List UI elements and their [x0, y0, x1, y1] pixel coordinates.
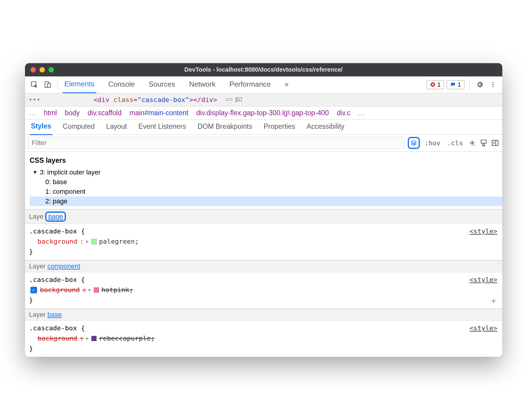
prop-value[interactable]: palegreen; [99, 236, 139, 247]
prop-name[interactable]: background [40, 285, 80, 295]
property-enabled-checkbox[interactable]: ✓ [30, 287, 37, 293]
rule-selector[interactable]: .cascade-box { [29, 275, 498, 285]
layer-tree-root[interactable]: ▼ 3: implicit outer layer [30, 168, 502, 177]
layer-label: Layer [29, 262, 46, 270]
subtab-dom-breakpoints[interactable]: DOM Breakpoints [196, 119, 254, 134]
color-swatch[interactable] [94, 287, 99, 293]
layer-label: Laye [29, 213, 44, 221]
layer-item-page[interactable]: 2: page [30, 196, 502, 206]
crumb-more-left[interactable]: … [29, 109, 36, 117]
svg-point-4 [492, 82, 493, 83]
devtools-window: DevTools - localhost:8080/docs/devtools/… [25, 63, 502, 357]
settings-icon[interactable] [475, 79, 485, 90]
zoom-window-button[interactable] [48, 67, 54, 73]
main-tabs: Elements Console Sources Network Perform… [63, 76, 424, 93]
styles-filter-input[interactable] [28, 137, 405, 149]
css-layers-tree: ▼ 3: implicit outer layer 0: base 1: com… [25, 168, 502, 209]
crumb-flex-div[interactable]: div.display-flex.gap-top-300.lg\:gap-top… [196, 109, 329, 117]
crumb-more-right[interactable]: … [358, 109, 365, 117]
rule-section-component: Layer component <style> ＋ .cascade-box {… [25, 260, 502, 308]
layer-link-base[interactable]: base [48, 311, 62, 319]
subtab-accessibility[interactable]: Accessibility [305, 119, 345, 134]
subtab-computed[interactable]: Computed [61, 119, 96, 134]
device-toolbar-icon[interactable] [42, 79, 53, 90]
close-window-button[interactable] [30, 67, 36, 73]
cls-toggle[interactable]: .cls [445, 138, 465, 148]
rule-source-link[interactable]: <style> [469, 226, 497, 236]
more-menu-icon[interactable] [488, 79, 498, 90]
message-icon [450, 82, 456, 87]
prop-name[interactable]: background [38, 333, 77, 344]
prop-value[interactable]: rebeccapurple; [99, 333, 155, 344]
tab-overflow[interactable]: » [283, 76, 290, 93]
layer-item-base[interactable]: 0: base [30, 177, 502, 187]
subtab-properties[interactable]: Properties [263, 119, 297, 134]
expand-triangle-icon[interactable]: ▶ [86, 335, 89, 342]
expand-triangle-icon[interactable]: ▶ [89, 287, 91, 293]
subtab-styles[interactable]: Styles [30, 119, 53, 135]
layer-header-page: Layepage [25, 209, 502, 224]
tab-sources[interactable]: Sources [147, 76, 177, 93]
color-swatch[interactable] [91, 239, 97, 244]
css-rule-base[interactable]: <style> .cascade-box { background: ▶ reb… [25, 321, 502, 357]
dom-attr-name: class [114, 96, 133, 103]
crumb-body[interactable]: body [65, 109, 80, 117]
error-icon [430, 82, 435, 87]
css-layers-heading: CSS layers [25, 152, 502, 168]
minimize-window-button[interactable] [39, 67, 45, 73]
layer-link-component[interactable]: component [48, 262, 80, 270]
window-controls [30, 67, 54, 73]
hov-toggle[interactable]: :hov [423, 138, 442, 148]
new-style-rule-button[interactable] [468, 139, 476, 147]
subtab-layout[interactable]: Layout [105, 119, 128, 134]
crumb-scaffold[interactable]: div.scaffold [88, 109, 122, 117]
rendering-emulations-icon[interactable] [479, 139, 488, 147]
styles-filterbar: :hov .cls [25, 135, 502, 152]
css-property-row[interactable]: ✓ background: ▶ hotpink; [29, 285, 498, 295]
css-rule-component[interactable]: <style> ＋ .cascade-box { ✓ background: ▶… [25, 272, 502, 308]
css-rule-page[interactable]: <style> .cascade-box { background: ▶ pal… [25, 224, 502, 260]
prop-name[interactable]: background [38, 236, 77, 247]
tab-network[interactable]: Network [187, 76, 217, 93]
css-property-row[interactable]: background: ▶ rebeccapurple; [29, 333, 498, 344]
message-badge[interactable]: 1 [447, 80, 464, 89]
svg-rect-8 [492, 140, 498, 145]
layer-link-page[interactable]: page [48, 213, 63, 220]
tab-performance[interactable]: Performance [228, 76, 273, 93]
color-swatch[interactable] [91, 336, 97, 341]
rule-close-brace: } [29, 295, 498, 305]
dom-breadcrumbs: … html body div.scaffold main#main-conte… [25, 107, 502, 120]
separator [469, 79, 470, 90]
error-badge[interactable]: 1 [426, 80, 444, 89]
rule-selector[interactable]: .cascade-box { [29, 226, 498, 236]
rule-selector[interactable]: .cascade-box { [29, 323, 498, 333]
layer-header-component: Layer component [25, 260, 502, 272]
dom-open-tag: <div [94, 96, 110, 103]
layer-item-component[interactable]: 1: component [30, 187, 502, 196]
dom-selected-line[interactable]: ••• <div class = "cascade-box" ></div> =… [25, 93, 502, 107]
svg-rect-7 [481, 140, 486, 143]
layer-header-base: Layer base [25, 309, 502, 321]
css-property-row[interactable]: background: ▶ palegreen; [29, 236, 498, 247]
rule-close-brace: } [29, 344, 498, 354]
tab-elements[interactable]: Elements [63, 76, 96, 93]
titlebar: DevTools - localhost:8080/docs/devtools/… [25, 63, 502, 76]
toggle-computed-sidebar-icon[interactable] [491, 139, 499, 147]
separator [58, 79, 58, 90]
prop-value[interactable]: hotpink; [101, 285, 133, 295]
subtab-event-listeners[interactable]: Event Listeners [137, 119, 187, 134]
expand-triangle-icon[interactable]: ▶ [86, 238, 89, 245]
main-toolbar: Elements Console Sources Network Perform… [25, 76, 502, 93]
disclosure-triangle-icon[interactable]: ▼ [33, 170, 38, 175]
crumb-truncated[interactable]: div.c [337, 109, 351, 117]
rule-source-link[interactable]: <style> [469, 323, 497, 333]
tab-console[interactable]: Console [107, 76, 137, 93]
crumb-html[interactable]: html [44, 109, 57, 117]
window-title: DevTools - localhost:8080/docs/devtools/… [25, 66, 502, 73]
crumb-main[interactable]: main#main-content [129, 109, 189, 117]
dom-selected-indicator: == $0 [225, 96, 242, 103]
rule-source-link[interactable]: <style> [469, 275, 497, 285]
add-declaration-icon[interactable]: ＋ [490, 295, 497, 307]
css-layers-toggle-button[interactable] [408, 137, 420, 149]
inspect-element-icon[interactable] [29, 79, 39, 90]
